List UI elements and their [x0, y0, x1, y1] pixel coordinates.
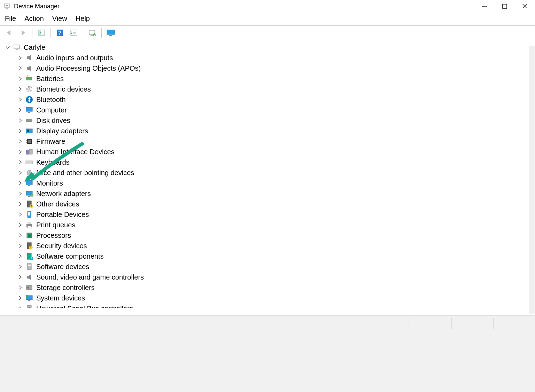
help-button[interactable]: ?	[54, 27, 66, 38]
tree-node[interactable]: Software components	[4, 251, 535, 261]
vertical-scrollbar[interactable]	[529, 46, 535, 314]
back-button[interactable]	[3, 27, 15, 38]
tree-node[interactable]: Bluetooth	[4, 94, 535, 105]
tree-node-label: Software devices	[36, 263, 89, 271]
window-controls	[474, 0, 535, 13]
maximize-button[interactable]	[495, 0, 515, 13]
tree-node[interactable]: Audio inputs and outputs	[4, 53, 535, 63]
chevron-right-icon[interactable]	[17, 138, 24, 145]
computer-root-icon	[13, 43, 21, 52]
chevron-right-icon[interactable]	[17, 159, 24, 166]
tree-node-label: Network adapters	[36, 190, 91, 198]
chevron-right-icon[interactable]	[17, 107, 24, 113]
tree-node[interactable]: Other devices	[4, 199, 535, 209]
forward-button[interactable]	[17, 27, 29, 38]
computer-icon-button[interactable]	[104, 27, 117, 38]
tree-root-node[interactable]: Carlyle	[4, 42, 535, 53]
network-icon	[25, 189, 33, 198]
tree-node-label: Computer	[36, 106, 67, 114]
properties-button[interactable]	[68, 27, 80, 38]
chevron-right-icon[interactable]	[17, 201, 24, 207]
speaker-icon	[25, 273, 33, 281]
chevron-right-icon[interactable]	[17, 65, 24, 72]
tree-node[interactable]: Audio Processing Objects (APOs)	[4, 63, 535, 73]
chevron-right-icon[interactable]	[17, 54, 24, 61]
show-hide-console-tree-button[interactable]	[35, 27, 48, 38]
tree-node[interactable]: Keyboards	[4, 157, 535, 167]
menu-action[interactable]: Action	[24, 15, 44, 23]
tree-node-label: Software components	[36, 252, 103, 260]
tree-node[interactable]: Network adapters	[4, 188, 535, 199]
svg-point-2	[6, 5, 8, 6]
tree-node[interactable]: Storage controllers	[4, 282, 535, 293]
tree-node[interactable]: Human Interface Devices	[4, 147, 535, 157]
tree-node-label: Batteries	[36, 75, 64, 83]
tree-node[interactable]: Computer	[4, 105, 535, 115]
chevron-right-icon[interactable]	[17, 169, 24, 176]
tree-node[interactable]: Disk drives	[4, 115, 535, 126]
tree-node[interactable]: Batteries	[4, 73, 535, 84]
status-bar	[0, 315, 535, 392]
tree-node[interactable]: Universal Serial Bus controllers	[4, 303, 535, 308]
tree-node[interactable]: Monitors	[4, 178, 535, 188]
chevron-right-icon[interactable]	[17, 295, 24, 301]
tree-node[interactable]: Security devices	[4, 241, 535, 251]
chevron-right-icon[interactable]	[17, 127, 24, 134]
monitor-icon	[25, 106, 33, 114]
svg-rect-4	[503, 4, 507, 8]
chevron-right-icon[interactable]	[17, 75, 24, 82]
menu-help[interactable]: Help	[76, 15, 90, 23]
chip-icon	[25, 137, 33, 146]
tree-node[interactable]: Display adapters	[4, 126, 535, 136]
chevron-right-icon[interactable]	[17, 190, 24, 197]
tree-node-label: Sound, video and game controllers	[36, 273, 144, 281]
tree-node[interactable]: Mice and other pointing devices	[4, 167, 535, 178]
speaker-icon	[25, 64, 33, 72]
tree-node[interactable]: Portable Devices	[4, 209, 535, 220]
fingerprint-icon	[25, 85, 33, 93]
svg-rect-19	[109, 35, 112, 36]
tree-node[interactable]: Processors	[4, 230, 535, 241]
chevron-right-icon[interactable]	[17, 284, 24, 291]
svg-rect-18	[107, 30, 115, 34]
tree-node[interactable]: Print queues	[4, 220, 535, 230]
chevron-right-icon[interactable]	[17, 253, 24, 260]
tree-node[interactable]: Biometric devices	[4, 84, 535, 94]
chevron-down-icon[interactable]	[4, 44, 11, 51]
chevron-right-icon[interactable]	[17, 221, 24, 228]
scan-hardware-button[interactable]	[86, 27, 99, 38]
usb-icon	[25, 304, 33, 308]
svg-rect-1	[6, 8, 8, 9]
other-icon	[25, 200, 33, 208]
window-title: Device Manager	[14, 3, 474, 10]
device-tree: Carlyle Audio inputs and outputsAudio Pr…	[0, 40, 535, 308]
menu-view[interactable]: View	[52, 15, 67, 23]
chevron-right-icon[interactable]	[17, 305, 24, 308]
hid-icon	[25, 148, 33, 156]
chevron-right-icon[interactable]	[17, 86, 24, 93]
chevron-right-icon[interactable]	[17, 242, 24, 249]
tree-node-label: Portable Devices	[36, 211, 89, 219]
menu-file[interactable]: File	[5, 15, 16, 23]
chevron-right-icon[interactable]	[17, 274, 24, 281]
chevron-right-icon[interactable]	[17, 232, 24, 239]
chevron-right-icon[interactable]	[17, 263, 24, 270]
toolbar-separator	[32, 28, 32, 38]
svg-rect-20	[14, 45, 20, 49]
chevron-right-icon[interactable]	[17, 117, 24, 124]
chevron-right-icon[interactable]	[17, 96, 24, 103]
tree-node[interactable]: Firmware	[4, 136, 535, 147]
tree-node-label: Keyboards	[36, 158, 70, 166]
toolbar-separator	[51, 28, 51, 38]
chevron-right-icon[interactable]	[17, 148, 24, 155]
titlebar: Device Manager	[0, 0, 535, 13]
tree-node[interactable]: Software devices	[4, 261, 535, 272]
minimize-button[interactable]	[474, 0, 495, 13]
close-button[interactable]	[515, 0, 535, 13]
chevron-right-icon[interactable]	[17, 211, 24, 218]
tree-node[interactable]: Sound, video and game controllers	[4, 272, 535, 282]
chevron-right-icon[interactable]	[17, 180, 24, 187]
bluetooth-icon	[25, 95, 33, 104]
tree-node-label: Processors	[36, 232, 71, 240]
tree-node[interactable]: System devices	[4, 293, 535, 303]
